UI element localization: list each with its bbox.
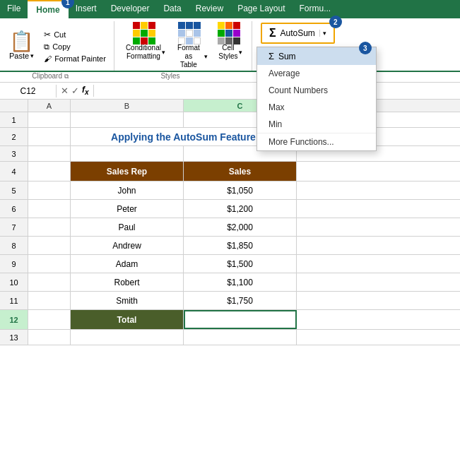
table-row: 3: [0, 146, 460, 162]
insert-function-icon[interactable]: fx: [82, 85, 89, 96]
count-label: Count Numbers: [269, 85, 328, 95]
cell-a1[interactable]: [28, 112, 71, 127]
paste-button[interactable]: 📋 Paste ▾: [4, 21, 39, 71]
badge-2: 2: [329, 16, 342, 28]
autosum-label: AutoSum: [281, 28, 315, 38]
cell-ref-value: C12: [20, 86, 35, 96]
cell-b5[interactable]: John: [71, 182, 184, 199]
paste-dropdown-arrow[interactable]: ▾: [30, 52, 34, 59]
cell-c10[interactable]: $1,100: [184, 273, 297, 291]
row-num-4[interactable]: 4: [0, 162, 28, 181]
cell-a8[interactable]: [28, 237, 71, 254]
row-num-5[interactable]: 5: [0, 182, 28, 199]
row-num-8[interactable]: 8: [0, 237, 28, 254]
dropdown-item-max[interactable]: Max: [257, 99, 376, 116]
row-num-7[interactable]: 7: [0, 218, 28, 236]
cell-b3[interactable]: [71, 146, 184, 161]
tab-developer[interactable]: Developer: [104, 0, 157, 18]
cell-a5[interactable]: [28, 182, 71, 199]
row-num-1[interactable]: 1: [0, 112, 28, 127]
cell-ref-box[interactable]: C12: [0, 85, 57, 97]
cell-b12-total[interactable]: Total: [71, 310, 184, 329]
format-as-table-button[interactable]: Format asTable ▾: [171, 21, 211, 71]
row-num-13[interactable]: 13: [0, 330, 28, 345]
cell-b8[interactable]: Andrew: [71, 237, 184, 254]
cell-b6[interactable]: Peter: [71, 200, 184, 218]
cell-c12-active[interactable]: [184, 310, 297, 329]
copy-button[interactable]: ⧉ Copy: [42, 42, 108, 52]
format-painter-button[interactable]: 🖌 Format Painter: [42, 54, 108, 64]
cell-a13[interactable]: [28, 330, 71, 345]
cell-a6[interactable]: [28, 200, 71, 218]
row-num-12[interactable]: 12: [0, 310, 28, 329]
cell-c6[interactable]: $1,200: [184, 200, 297, 218]
table-row: 10 Robert $1,100: [0, 273, 460, 292]
cell-styles-button[interactable]: CellStyles ▾: [215, 21, 246, 62]
row-num-6[interactable]: 6: [0, 200, 28, 218]
cell-c9[interactable]: $1,500: [184, 255, 297, 273]
row-num-9[interactable]: 9: [0, 255, 28, 273]
cell-a2[interactable]: [28, 128, 71, 145]
cell-b10[interactable]: Robert: [71, 273, 184, 291]
tab-formulas[interactable]: Formu...: [293, 0, 338, 18]
conditional-formatting-button[interactable]: ConditionalFormatting ▾: [124, 21, 167, 62]
cut-icon: ✂: [44, 30, 51, 40]
tab-file[interactable]: File: [0, 0, 28, 18]
conditional-formatting-label: ConditionalFormatting: [126, 44, 161, 61]
cell-b7[interactable]: Paul: [71, 218, 184, 236]
cell-c4-header[interactable]: Sales: [184, 162, 297, 181]
cell-a7[interactable]: [28, 218, 71, 236]
fat-dropdown-arrow[interactable]: ▾: [204, 53, 208, 60]
cf-dropdown-arrow[interactable]: ▾: [162, 49, 165, 56]
cell-a3[interactable]: [28, 146, 71, 161]
min-label: Min: [269, 119, 282, 129]
paste-icon: 📋: [9, 32, 34, 52]
cell-c13[interactable]: [184, 330, 297, 345]
table-row: 13: [0, 330, 460, 345]
dropdown-item-count[interactable]: Count Numbers: [257, 82, 376, 99]
row-num-11[interactable]: 11: [0, 292, 28, 309]
dropdown-item-more[interactable]: More Functions...: [257, 133, 376, 150]
cell-a11[interactable]: [28, 292, 71, 309]
table-row: 12 Total: [0, 310, 460, 330]
tab-review[interactable]: Review: [189, 0, 230, 18]
confirm-formula-icon[interactable]: ✓: [71, 85, 79, 96]
row-num-10[interactable]: 10: [0, 273, 28, 291]
autosum-button[interactable]: Σ AutoSum ▾: [261, 23, 335, 44]
tab-data[interactable]: Data: [156, 0, 188, 18]
ribbon-tabs: File Home 1 Insert Developer Data Review…: [0, 0, 460, 18]
cell-c7[interactable]: $2,000: [184, 218, 297, 236]
autosum-dropdown: Σ Sum 3 Average Count Numbers Max Min: [256, 47, 377, 151]
dropdown-item-average[interactable]: Average: [257, 65, 376, 82]
dropdown-item-sum[interactable]: Σ Sum 3: [257, 47, 376, 65]
cell-a4[interactable]: [28, 162, 71, 181]
sum-label: Sum: [278, 52, 296, 61]
cell-c8[interactable]: $1,850: [184, 237, 297, 254]
cell-c11[interactable]: $1,750: [184, 292, 297, 309]
row-num-3[interactable]: 3: [0, 146, 28, 161]
cell-a12[interactable]: [28, 310, 71, 329]
cell-c5[interactable]: $1,050: [184, 182, 297, 199]
row-num-2[interactable]: 2: [0, 128, 28, 145]
cell-b9[interactable]: Adam: [71, 255, 184, 273]
cell-b1[interactable]: [71, 112, 184, 127]
autosum-dropdown-arrow[interactable]: ▾: [319, 30, 326, 37]
cell-b11[interactable]: Smith: [71, 292, 184, 309]
cell-styles-icon: [218, 23, 243, 44]
cancel-formula-icon[interactable]: ✕: [61, 85, 69, 96]
col-header-b[interactable]: B: [71, 100, 184, 112]
cut-button[interactable]: ✂ Cut: [42, 29, 108, 40]
copy-icon: ⧉: [44, 42, 49, 52]
cell-b13[interactable]: [71, 330, 184, 345]
ribbon-content: 📋 Paste ▾ ✂ Cut ⧉ Copy 🖌 Format Pa: [0, 18, 460, 72]
cell-a10[interactable]: [28, 273, 71, 291]
col-header-a[interactable]: A: [28, 100, 71, 112]
cs-dropdown-arrow[interactable]: ▾: [239, 49, 242, 56]
cell-a9[interactable]: [28, 255, 71, 273]
tab-home[interactable]: Home 1: [28, 0, 68, 18]
dropdown-item-min[interactable]: Min: [257, 116, 376, 133]
sigma-icon: Σ: [269, 27, 276, 40]
cell-b4-header[interactable]: Sales Rep: [71, 162, 184, 181]
tab-page-layout[interactable]: Page Layout: [230, 0, 292, 18]
spreadsheet-title: Applying the AutoSum Feature: [111, 131, 256, 143]
